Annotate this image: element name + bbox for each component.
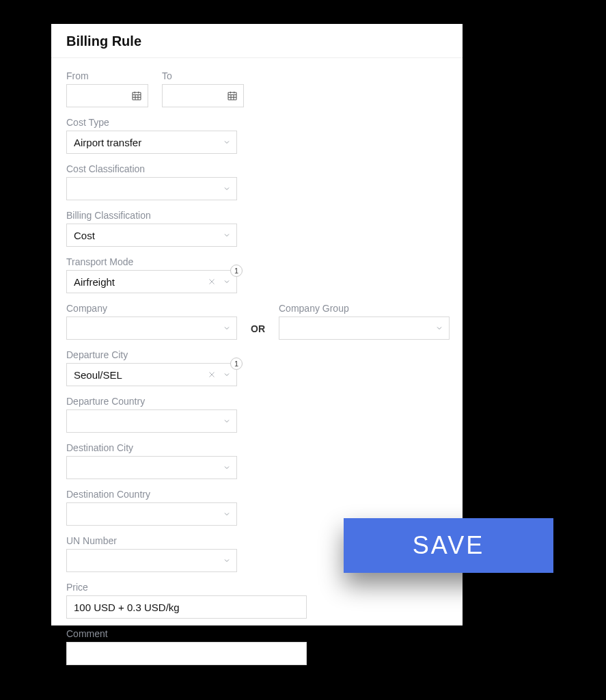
company-group-select[interactable] [279,317,450,340]
departure-country-select[interactable] [66,409,237,433]
to-field: To [162,70,244,107]
chevron-down-icon [223,138,231,146]
cost-type-value: Airport transfer [74,137,141,148]
destination-city-label: Destination City [66,442,237,453]
cost-classification-select[interactable] [66,177,237,200]
transport-mode-value: Airfreight [74,276,115,288]
from-label: From [66,70,148,81]
destination-country-select[interactable] [66,502,237,526]
billing-classification-label: Billing Classification [66,210,237,221]
comment-field: Comment [66,628,307,665]
cost-classification-field: Cost Classification [66,163,237,200]
comment-label: Comment [66,628,307,639]
chevron-down-icon [223,417,231,425]
departure-city-field: Departure City Seoul/SEL 1 [66,349,237,386]
price-field: Price [66,582,307,619]
to-label: To [162,70,244,81]
chevron-down-icon [223,185,231,193]
chevron-down-icon [223,556,231,565]
save-button[interactable]: SAVE [344,518,553,573]
price-text[interactable] [74,596,299,618]
svg-rect-0 [133,92,141,100]
cost-type-select[interactable]: Airport transfer [66,131,237,154]
comment-input[interactable] [66,642,307,665]
departure-country-field: Departure Country [66,396,237,433]
un-number-select[interactable] [66,549,237,572]
un-number-field: UN Number [66,535,237,572]
chevron-down-icon [223,510,231,518]
count-badge: 1 [230,358,243,370]
save-button-label: SAVE [413,531,484,560]
departure-country-label: Departure Country [66,396,237,407]
destination-city-select[interactable] [66,456,237,479]
chevron-down-icon [223,278,231,286]
panel-header: Billing Rule [51,24,463,58]
destination-country-field: Destination Country [66,489,237,526]
destination-city-field: Destination City [66,442,237,479]
transport-mode-field: Transport Mode Airfreight 1 [66,256,237,293]
billing-classification-value: Cost [74,230,95,241]
departure-city-label: Departure City [66,349,237,360]
company-field: Company [66,303,237,340]
cost-type-field: Cost Type Airport transfer [66,117,237,154]
calendar-icon[interactable] [227,90,238,101]
comment-text[interactable] [74,643,299,664]
from-field: From [66,70,148,107]
panel-body: From To [51,58,463,690]
departure-city-select[interactable]: Seoul/SEL 1 [66,363,237,386]
clear-icon[interactable] [208,278,216,286]
departure-city-value: Seoul/SEL [74,369,122,381]
billing-classification-field: Billing Classification Cost [66,210,237,247]
to-input[interactable] [162,84,244,107]
transport-mode-label: Transport Mode [66,256,237,267]
or-separator: OR [251,323,265,340]
chevron-down-icon [435,324,443,332]
chevron-down-icon [223,231,231,239]
company-group-label: Company Group [279,303,450,314]
company-select[interactable] [66,317,237,340]
calendar-icon[interactable] [131,90,142,101]
destination-country-label: Destination Country [66,489,237,500]
count-badge: 1 [230,265,243,277]
company-group-field: Company Group [279,303,450,340]
cost-type-label: Cost Type [66,117,237,128]
chevron-down-icon [223,463,231,472]
chevron-down-icon [223,324,231,332]
chevron-down-icon [223,371,231,379]
svg-rect-7 [228,92,236,100]
price-label: Price [66,582,307,593]
cost-classification-label: Cost Classification [66,163,237,174]
company-label: Company [66,303,237,314]
clear-icon[interactable] [208,371,216,379]
billing-classification-select[interactable]: Cost [66,224,237,247]
from-input[interactable] [66,84,148,107]
panel-title: Billing Rule [66,33,447,49]
transport-mode-select[interactable]: Airfreight 1 [66,270,237,293]
price-input[interactable] [66,595,307,619]
un-number-label: UN Number [66,535,237,546]
